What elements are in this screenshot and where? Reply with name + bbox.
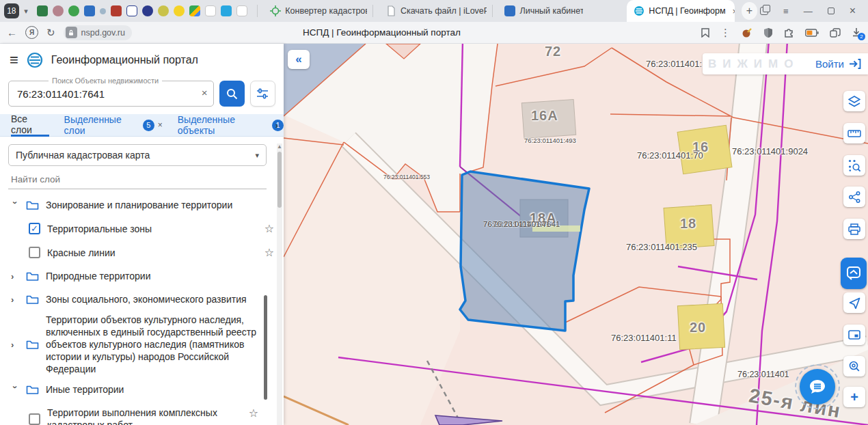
tree-scrollbar-thumb[interactable] bbox=[264, 295, 267, 400]
more-options-icon[interactable]: ⋮ bbox=[720, 27, 731, 39]
pinned-tab-mail-icon[interactable] bbox=[221, 5, 232, 16]
search-filters-button[interactable] bbox=[250, 81, 275, 107]
login-label: Войти bbox=[815, 58, 844, 70]
area-search-button[interactable] bbox=[843, 155, 865, 176]
reload-icon[interactable]: ↻ bbox=[46, 27, 55, 39]
pinned-tab-dot-icon[interactable] bbox=[100, 8, 106, 14]
zoom-in-button[interactable]: + bbox=[843, 387, 865, 407]
collapsed-chevron-icon[interactable]: › bbox=[11, 340, 19, 350]
tab-list-chevron-icon[interactable]: ▾ bbox=[22, 7, 31, 16]
basemap-select[interactable]: Публичная кадастровая карта ▾ bbox=[8, 144, 267, 166]
pinned-tab-green-book-icon[interactable] bbox=[37, 5, 48, 16]
favorite-star-icon[interactable]: ☆ bbox=[249, 407, 258, 420]
pinned-tab-play-icon[interactable] bbox=[174, 5, 185, 16]
search-input[interactable] bbox=[16, 87, 193, 100]
locate-button[interactable] bbox=[843, 292, 865, 313]
folder-cultural-heritage[interactable]: › Территории объектов культурного наслед… bbox=[0, 311, 284, 378]
collapse-sidebar-button[interactable]: « bbox=[288, 50, 310, 69]
search-label: Поиск Объекты недвижимости bbox=[49, 77, 162, 85]
extension-ball-icon[interactable] bbox=[742, 27, 752, 38]
hamburger-menu-icon[interactable]: ≡ bbox=[10, 53, 18, 68]
login-arrow-icon bbox=[849, 59, 861, 69]
pinned-tab-doc2-icon[interactable] bbox=[236, 5, 247, 16]
pinned-tab-red-icon[interactable] bbox=[111, 5, 122, 16]
tab-all-layers[interactable]: Все слои bbox=[11, 114, 49, 137]
print-button[interactable] bbox=[843, 219, 865, 239]
browser-menu-icon[interactable]: ≡ bbox=[783, 6, 789, 16]
checkbox-unchecked[interactable] bbox=[29, 413, 40, 425]
clear-search-icon[interactable]: × bbox=[202, 87, 208, 98]
folder-zoning[interactable]: › Зонирование и планирование территории bbox=[0, 193, 284, 217]
favorite-star-icon[interactable]: ☆ bbox=[265, 222, 274, 235]
minimize-icon[interactable]: — bbox=[804, 6, 813, 16]
tab-converter[interactable]: Конвертер кадастров bbox=[263, 0, 367, 22]
collapsed-chevron-icon[interactable]: › bbox=[11, 271, 19, 282]
pinned-tab-blue-doc-icon[interactable] bbox=[84, 5, 95, 16]
search-button[interactable] bbox=[219, 81, 245, 107]
layer-red-lines[interactable]: Красные линии ☆ bbox=[0, 241, 284, 264]
tab-personal-cabinet[interactable]: Личный кабинет bbox=[498, 0, 583, 22]
layers-button[interactable] bbox=[843, 91, 865, 111]
close-tab-icon[interactable]: × bbox=[733, 6, 735, 16]
maximize-icon[interactable] bbox=[828, 8, 835, 14]
back-icon[interactable]: ← bbox=[7, 27, 17, 38]
collapsed-chevron-icon[interactable]: › bbox=[11, 294, 19, 305]
shield-icon[interactable] bbox=[763, 27, 773, 38]
cadastral-label-top: 76:23:011401: bbox=[646, 59, 702, 69]
divider bbox=[257, 5, 258, 17]
identify-tool-button-active[interactable] bbox=[841, 258, 867, 289]
scroll-up-icon[interactable]: ▲ bbox=[277, 143, 282, 150]
chat-button[interactable] bbox=[800, 369, 835, 405]
layer-complex-cadastral-works[interactable]: Территории выполнения комплексных кадаст… bbox=[0, 401, 268, 425]
pinned-tab-green-circle-icon[interactable] bbox=[68, 5, 79, 16]
tabs-overflow-icon[interactable]: › bbox=[275, 120, 278, 131]
document-icon bbox=[385, 5, 396, 16]
layer-territorial-zones[interactable]: ✓ Территориальные зоны ☆ bbox=[0, 217, 284, 241]
pinned-tab-vk-icon[interactable] bbox=[126, 5, 137, 16]
measure-button[interactable] bbox=[843, 123, 865, 143]
folder-icon bbox=[26, 340, 39, 350]
folder-other-territories[interactable]: › Иные территории bbox=[0, 378, 284, 401]
share-button[interactable] bbox=[843, 187, 865, 207]
battery-icon[interactable] bbox=[805, 29, 819, 37]
expanded-chevron-icon[interactable]: › bbox=[10, 201, 21, 209]
tab-counter[interactable]: 18 bbox=[4, 3, 19, 18]
tabs-sync-icon[interactable] bbox=[830, 28, 841, 38]
layer-search-input[interactable] bbox=[10, 174, 265, 185]
close-tab-icon[interactable]: × bbox=[158, 120, 163, 130]
close-window-icon[interactable]: × bbox=[850, 5, 856, 17]
checkbox-unchecked[interactable] bbox=[29, 247, 40, 258]
pinned-tab-navy-circle-icon[interactable] bbox=[142, 5, 153, 16]
tab-nspd-active[interactable]: НСПД | Геоинформ × bbox=[627, 0, 734, 22]
checkbox-checked[interactable]: ✓ bbox=[29, 223, 40, 234]
tab-selected-layers[interactable]: Выделенные слои 5 × bbox=[64, 114, 163, 137]
tab-download-file[interactable]: Скачать файл | iLoveP bbox=[379, 0, 487, 22]
cadastral-label-bottom: 76:23:011401 bbox=[737, 370, 789, 379]
bookmark-icon[interactable] bbox=[701, 28, 709, 38]
yandex-icon[interactable]: Я bbox=[25, 26, 38, 39]
layer-label: Территориальные зоны bbox=[47, 223, 258, 235]
map-canvas[interactable]: 72 76:23:011401: 16А 76:23:011401:493 16… bbox=[284, 44, 868, 425]
download-icon[interactable]: 2 bbox=[852, 27, 861, 38]
login-button[interactable]: Войти bbox=[815, 58, 861, 70]
tab-label: Личный кабинет bbox=[519, 6, 583, 16]
tab-selected-objects[interactable]: Выделенные объекты 1 bbox=[178, 114, 284, 137]
overview-map-button[interactable] bbox=[843, 325, 865, 345]
expanded-chevron-icon[interactable]: › bbox=[10, 385, 21, 394]
pinned-tab-avatar-icon[interactable] bbox=[53, 5, 64, 16]
folder-socio-economic[interactable]: › Зоны социального, экономического разви… bbox=[0, 288, 284, 311]
tab-panels-icon[interactable] bbox=[760, 7, 768, 15]
pinned-tab-doc-icon[interactable] bbox=[205, 5, 216, 16]
new-tab-button[interactable]: + bbox=[742, 2, 758, 20]
cadastral-map bbox=[284, 44, 868, 425]
folder-natural-territories[interactable]: › Природные территории bbox=[0, 264, 284, 288]
search-icon bbox=[226, 88, 238, 100]
coordinate-search-button[interactable] bbox=[843, 356, 865, 376]
favorite-star-icon[interactable]: ☆ bbox=[265, 246, 274, 259]
sidebar-scrollbar[interactable]: ▲ bbox=[277, 143, 282, 425]
url-field[interactable]: nspd.gov.ru bbox=[64, 25, 132, 40]
pinned-tab-olive-icon[interactable] bbox=[158, 5, 169, 16]
pinned-tab-drive-icon[interactable] bbox=[189, 5, 200, 16]
extensions-puzzle-icon[interactable] bbox=[784, 27, 794, 38]
scrollbar-thumb[interactable] bbox=[277, 152, 282, 208]
